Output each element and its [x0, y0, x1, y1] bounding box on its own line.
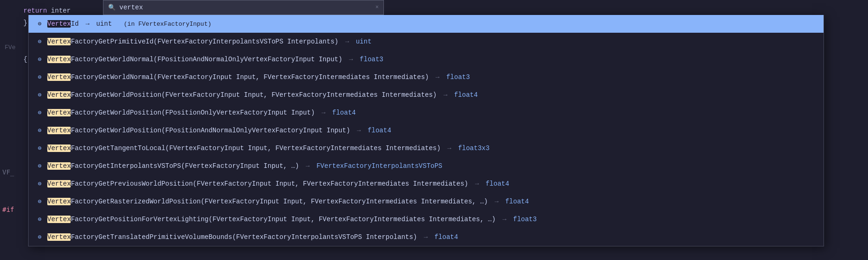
suggestion-get-previous-world-position[interactable]: ⊜ VertexFactoryGetPreviousWorldPosition(… — [29, 175, 824, 193]
match-highlight: Vertex — [47, 91, 71, 99]
clear-search-button[interactable]: × — [375, 4, 379, 11]
item-text: VertexFactoryGetPositionForVertexLightin… — [47, 216, 537, 223]
side-label-if: #if — [0, 206, 28, 213]
item-text: VertexFactoryGetTangentToLocal(FVertexFa… — [47, 144, 490, 152]
code-text: { — [23, 56, 27, 63]
suggestion-get-position-for-vertex-lighting[interactable]: ⊜ VertexFactoryGetPositionForVertexLight… — [29, 210, 824, 228]
code-text: } — [23, 19, 27, 27]
function-icon: ⊜ — [36, 144, 44, 152]
suggestion-vertex-id[interactable]: ⊜ VertexId → uint (in FVertexFactoryInpu… — [29, 15, 824, 33]
suggestion-get-translated-primitive-volume-bounds[interactable]: ⊜ VertexFactoryGetTranslatedPrimitiveVol… — [29, 228, 824, 246]
function-icon: ⊜ — [36, 38, 44, 45]
item-text: VertexFactoryGetWorldPosition(FPositionA… — [47, 127, 391, 134]
function-icon: ⊜ — [36, 127, 44, 134]
suggestion-get-world-position-2[interactable]: ⊜ VertexFactoryGetWorldPosition(FPositio… — [29, 104, 824, 122]
match-highlight: Vertex — [47, 198, 71, 205]
item-text: VertexFactoryGetPrimitiveId(FVertexFacto… — [47, 38, 372, 45]
match-highlight: Vertex — [47, 180, 71, 188]
search-input[interactable] — [119, 4, 372, 11]
item-text: VertexFactoryGetPreviousWorldPosition(FV… — [47, 180, 509, 188]
match-highlight: Vertex — [47, 162, 71, 170]
search-box[interactable]: 🔍 × — [103, 0, 384, 15]
suggestion-get-world-normal-2[interactable]: ⊜ VertexFactoryGetWorldNormal(FVertexFac… — [29, 68, 824, 86]
match-highlight: Vertex — [47, 144, 71, 152]
item-text: VertexFactoryGetWorldNormal(FVertexFacto… — [47, 73, 470, 81]
match-highlight: Vertex — [47, 233, 71, 241]
suggestion-get-world-position-1[interactable]: ⊜ VertexFactoryGetWorldPosition(FVertexF… — [29, 86, 824, 104]
suggestion-get-world-position-3[interactable]: ⊜ VertexFactoryGetWorldPosition(FPositio… — [29, 122, 824, 139]
item-text: VertexFactoryGetInterpolantsVSToPS(FVert… — [47, 162, 442, 170]
function-icon: ⊜ — [36, 216, 44, 223]
function-icon: ⊜ — [36, 20, 44, 28]
suggestion-get-tangent-to-local[interactable]: ⊜ VertexFactoryGetTangentToLocal(FVertex… — [29, 139, 824, 157]
autocomplete-dropdown: 🔍 × ⊜ VertexId → uint (in FVertexFactory… — [28, 0, 852, 246]
match-highlight: Vertex — [47, 127, 71, 134]
suggestions-list: ⊜ VertexId → uint (in FVertexFactoryInpu… — [28, 15, 824, 246]
function-icon: ⊜ — [36, 233, 44, 241]
item-text: VertexFactoryGetRasterizedWorldPosition(… — [47, 198, 529, 205]
function-icon: ⊜ — [36, 73, 44, 81]
match-highlight: Vertex — [47, 56, 71, 63]
match-highlight: Vertex — [47, 20, 71, 28]
function-icon: ⊜ — [36, 56, 44, 63]
match-highlight: Vertex — [47, 109, 71, 116]
suggestion-get-rasterized-world-position[interactable]: ⊜ VertexFactoryGetRasterizedWorldPositio… — [29, 193, 824, 210]
item-text: VertexFactoryGetWorldNormal(FPositionAnd… — [47, 56, 383, 63]
function-icon: ⊜ — [36, 180, 44, 188]
suggestion-get-interpolants[interactable]: ⊜ VertexFactoryGetInterpolantsVSToPS(FVe… — [29, 157, 824, 175]
function-icon: ⊜ — [36, 198, 44, 205]
line-number: FVe — [5, 44, 23, 51]
main-container: return inter } FVe { 🔍 × — [0, 0, 868, 260]
function-icon: ⊜ — [36, 91, 44, 99]
search-icon: 🔍 — [108, 4, 116, 11]
item-text: VertexFactoryGetTranslatedPrimitiveVolum… — [47, 233, 458, 241]
item-text: VertexId → uint (in FVertexFactoryInput) — [47, 20, 212, 28]
match-highlight: Vertex — [47, 73, 71, 81]
item-text: VertexFactoryGetWorldPosition(FPositionO… — [47, 109, 356, 116]
function-icon: ⊜ — [36, 162, 44, 170]
function-icon: ⊜ — [36, 109, 44, 116]
suggestion-get-primitive-id[interactable]: ⊜ VertexFactoryGetPrimitiveId(FVertexFac… — [29, 33, 824, 51]
match-highlight: Vertex — [47, 38, 71, 45]
suggestion-get-world-normal-1[interactable]: ⊜ VertexFactoryGetWorldNormal(FPositionA… — [29, 51, 824, 68]
item-text: VertexFactoryGetWorldPosition(FVertexFac… — [47, 91, 478, 99]
match-highlight: Vertex — [47, 216, 71, 223]
side-label-vf: VF_ — [0, 168, 28, 176]
